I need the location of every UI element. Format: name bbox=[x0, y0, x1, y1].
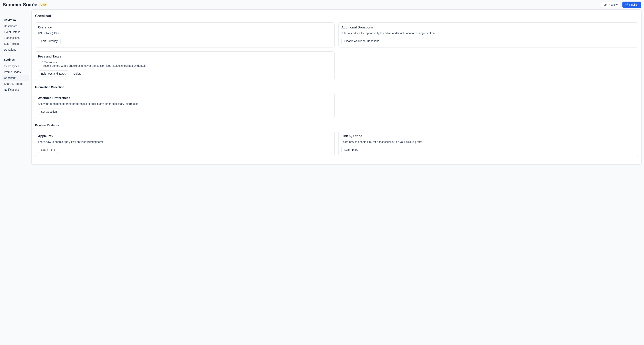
donations-title: Additional Donations bbox=[342, 26, 635, 29]
link-stripe-title: Link by Stripe bbox=[342, 134, 635, 138]
layout: Overview Dashboard Event Details Transac… bbox=[0, 10, 644, 167]
apple-pay-title: Apple Pay bbox=[38, 134, 332, 138]
link-stripe-card: Link by Stripe Learn how to enable Link … bbox=[338, 131, 638, 156]
sidebar-item-event-details[interactable]: Event Details bbox=[2, 29, 30, 35]
link-stripe-actions: Learn more bbox=[342, 147, 635, 153]
edit-fees-button[interactable]: Edit Fees and Taxes bbox=[38, 71, 69, 77]
fees-card: Fees and Taxes 0.0% tax rate Present don… bbox=[35, 52, 334, 80]
apple-pay-learn-button[interactable]: Learn more bbox=[38, 147, 58, 153]
sidebar-section-overview: Overview Dashboard Event Details Transac… bbox=[2, 17, 30, 53]
publish-label: Publish bbox=[629, 3, 638, 6]
svg-point-0 bbox=[605, 4, 606, 5]
sidebar-item-checkout[interactable]: Checkout bbox=[2, 75, 30, 81]
apple-pay-card: Apple Pay Learn how to enable Apply Pay … bbox=[35, 131, 334, 156]
delete-fees-button[interactable]: Delete bbox=[71, 71, 84, 77]
sidebar-item-share-embed[interactable]: Share & Embed bbox=[2, 81, 30, 87]
header: Summer Soirée Draft Preview Publish bbox=[0, 0, 644, 10]
publish-button[interactable]: Publish bbox=[622, 2, 641, 8]
header-right: Preview Publish bbox=[601, 2, 641, 8]
attendee-prefs-text: Ask your attendees for their preferences… bbox=[38, 102, 332, 105]
sidebar-item-dashboard[interactable]: Dashboard bbox=[2, 23, 30, 29]
fees-bullet-tax: 0.0% tax rate bbox=[42, 61, 332, 64]
event-title: Summer Soirée bbox=[3, 2, 37, 8]
payment-grid: Apple Pay Learn how to enable Apply Pay … bbox=[35, 131, 638, 160]
main-content: Checkout Currency US Dollars (USD) Edit … bbox=[32, 10, 642, 165]
header-left: Summer Soirée Draft bbox=[3, 2, 48, 8]
currency-value: US Dollars (USD) bbox=[38, 32, 332, 35]
send-icon bbox=[625, 3, 628, 6]
currency-card: Currency US Dollars (USD) Edit Currency bbox=[35, 22, 334, 48]
preview-button[interactable]: Preview bbox=[601, 2, 620, 8]
sidebar-item-sold-tickets[interactable]: Sold Tickets bbox=[2, 41, 30, 47]
preview-label: Preview bbox=[608, 3, 618, 6]
donations-text: Offer attendees the opportunity to add a… bbox=[342, 32, 635, 35]
fees-bullet-checkbox: Present donors with a checkbox to cover … bbox=[42, 64, 332, 67]
currency-title: Currency bbox=[38, 26, 332, 29]
sidebar-section-settings: Settings Ticket Types Promo Codes Checko… bbox=[2, 57, 30, 93]
link-stripe-text: Learn how to enable Link for a fast chec… bbox=[342, 140, 635, 143]
apple-pay-actions: Learn more bbox=[38, 147, 332, 153]
sidebar-item-promo-codes[interactable]: Promo Codes bbox=[2, 69, 30, 75]
sidebar: Overview Dashboard Event Details Transac… bbox=[0, 10, 30, 165]
info-grid: Attendee Preferences Ask your attendees … bbox=[35, 93, 638, 122]
attendee-prefs-title: Attendee Preferences bbox=[38, 96, 332, 100]
col-left: Currency US Dollars (USD) Edit Currency … bbox=[35, 22, 334, 84]
sidebar-item-notifications[interactable]: Notifications bbox=[2, 87, 30, 93]
sidebar-heading-settings: Settings bbox=[2, 57, 30, 62]
page-title: Checkout bbox=[35, 14, 638, 18]
fees-list: 0.0% tax rate Present donors with a chec… bbox=[38, 61, 332, 67]
edit-currency-button[interactable]: Edit Currency bbox=[38, 38, 60, 44]
apple-pay-text: Learn how to enable Apply Pay on your ti… bbox=[38, 140, 332, 143]
fees-title: Fees and Taxes bbox=[38, 55, 332, 58]
info-collection-heading: Information Collection bbox=[35, 86, 638, 89]
col-right: Additional Donations Offer attendees the… bbox=[338, 22, 638, 84]
set-question-button[interactable]: Set Question bbox=[38, 109, 60, 115]
fees-actions: Edit Fees and Taxes Delete bbox=[38, 71, 332, 77]
eye-icon bbox=[604, 3, 606, 6]
top-grid: Currency US Dollars (USD) Edit Currency … bbox=[35, 22, 638, 84]
donations-card: Additional Donations Offer attendees the… bbox=[338, 22, 638, 48]
attendee-prefs-card: Attendee Preferences Ask your attendees … bbox=[35, 93, 334, 118]
disable-donations-button[interactable]: Disable Additional Donations bbox=[342, 38, 382, 44]
sidebar-item-transactions[interactable]: Transactions bbox=[2, 35, 30, 41]
link-stripe-learn-button[interactable]: Learn more bbox=[342, 147, 362, 153]
payment-features-heading: Payment Features bbox=[35, 124, 638, 127]
currency-actions: Edit Currency bbox=[38, 38, 332, 44]
sidebar-heading-overview: Overview bbox=[2, 17, 30, 22]
donations-actions: Disable Additional Donations bbox=[342, 38, 635, 44]
status-badge: Draft bbox=[39, 3, 48, 6]
sidebar-item-donations[interactable]: Donations bbox=[2, 47, 30, 53]
sidebar-item-ticket-types[interactable]: Ticket Types bbox=[2, 63, 30, 69]
attendee-prefs-actions: Set Question bbox=[38, 109, 332, 115]
